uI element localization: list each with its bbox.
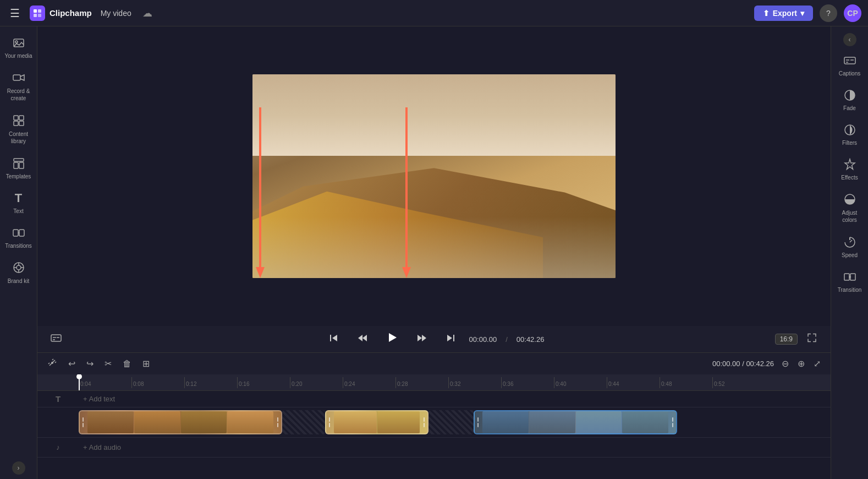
cut-button[interactable]: ✂ [101, 356, 115, 371]
right-item-speed[interactable]: Speed [833, 230, 866, 263]
timeline-tracks: T + Add text [37, 391, 831, 479]
right-item-adjust-colors[interactable]: Adjustcolors [833, 187, 866, 228]
logo-icon [30, 6, 45, 21]
fullscreen-button[interactable] [802, 330, 822, 349]
ruler-tick-6: 0:28 [395, 377, 448, 388]
clip-3-handle-right[interactable] [669, 411, 676, 433]
svg-marker-33 [362, 335, 367, 341]
transition-icon [842, 269, 858, 285]
hamburger-menu-button[interactable]: ☰ [7, 4, 23, 22]
filters-label: Filters [842, 140, 857, 146]
effects-label: Effects [841, 175, 858, 181]
redo-button[interactable]: ↪ [83, 356, 97, 371]
svg-marker-36 [417, 335, 422, 341]
video-preview[interactable] [252, 74, 616, 278]
right-sidebar-collapse-button[interactable]: ‹ [843, 33, 856, 46]
fast-forward-button[interactable] [412, 330, 432, 349]
right-item-captions[interactable]: Captions [833, 48, 866, 81]
add-text-label: + Add text [83, 395, 115, 403]
sidebar-item-content-library[interactable]: Contentlibrary [2, 108, 35, 149]
center-area: 00:00.00 / 00:42.26 16:9 ↩ ↪ ✂ 🗑 ⊞ 00:00… [37, 26, 831, 479]
clip-3-handle-left[interactable] [475, 411, 481, 433]
clip-2-handle-left[interactable] [326, 411, 333, 433]
right-item-effects[interactable]: Effects [833, 153, 866, 185]
audio-track-row: ♪ + Add audio [37, 438, 831, 458]
ruler-tick-7: 0:32 [448, 377, 501, 388]
speed-label: Speed [842, 252, 858, 258]
magic-tool-button[interactable] [44, 356, 61, 372]
ruler-tick-2: 0:12 [184, 377, 237, 388]
svg-rect-41 [844, 57, 855, 64]
content-library-label: Contentlibrary [9, 130, 28, 145]
video-controls: 00:00.00 / 00:42.26 16:9 [37, 326, 831, 352]
handle-line [424, 417, 425, 422]
sidebar-expand-button[interactable]: › [12, 461, 25, 475]
user-avatar[interactable]: CP [844, 4, 861, 22]
clip-gap-1 [282, 410, 325, 434]
clip-1-handle-right[interactable] [274, 411, 281, 433]
svg-rect-1 [38, 9, 41, 13]
zoom-out-button[interactable]: ⊖ [778, 356, 792, 371]
svg-rect-9 [14, 121, 18, 126]
help-button[interactable]: ? [820, 4, 837, 22]
sidebar-item-transitions[interactable]: Transitions [2, 221, 35, 253]
video-clip-3[interactable] [474, 410, 677, 434]
skip-back-button[interactable] [324, 330, 344, 349]
svg-rect-3 [38, 14, 41, 17]
fit-timeline-button[interactable]: ⤢ [810, 356, 824, 371]
add-audio-button[interactable]: + Add audio [79, 441, 125, 454]
brand-kit-label: Brand kit [8, 277, 29, 285]
video-clip-2[interactable] [325, 410, 428, 434]
rewind-button[interactable] [353, 330, 372, 349]
adjust-colors-label: Adjustcolors [842, 209, 858, 224]
video-title-button[interactable]: My video [101, 9, 131, 18]
your-media-icon [11, 35, 26, 51]
ruler-tick-11: 0:48 [660, 377, 712, 388]
clip-1-handle-left[interactable] [80, 411, 86, 433]
right-item-fade[interactable]: Fade [833, 83, 866, 116]
playhead[interactable] [79, 374, 80, 390]
svg-point-40 [51, 362, 53, 364]
fade-icon [842, 88, 858, 103]
svg-rect-12 [14, 162, 18, 168]
play-button[interactable] [381, 329, 403, 350]
svg-marker-37 [422, 335, 426, 341]
add-text-button[interactable]: + Add text [79, 393, 119, 405]
content-library-icon [11, 113, 26, 128]
right-item-transition[interactable]: Transition [833, 265, 866, 297]
handle-line [477, 423, 479, 427]
delete-button[interactable]: 🗑 [119, 357, 135, 371]
captions-button[interactable] [46, 330, 66, 349]
export-button[interactable]: ⬆ Export ▾ [754, 6, 813, 21]
sidebar-item-brand-kit[interactable]: Brand kit [2, 255, 35, 289]
svg-rect-2 [34, 14, 37, 17]
zoom-in-button[interactable]: ⊕ [794, 356, 808, 371]
sidebar-item-text[interactable]: T Text [2, 186, 35, 219]
desert-scene [252, 74, 616, 278]
video-clip-1[interactable] [79, 410, 282, 434]
ruler-tick-0: 0:04 [79, 377, 131, 388]
svg-rect-8 [19, 116, 24, 120]
more-tools-button[interactable]: ⊞ [139, 356, 153, 371]
handle-line [424, 423, 425, 427]
skip-forward-button[interactable] [441, 330, 460, 349]
clip-2-handle-right[interactable] [421, 411, 427, 433]
ruler-tick-4: 0:20 [290, 377, 343, 388]
handle-line [83, 423, 84, 427]
aspect-ratio-badge[interactable]: 16:9 [775, 334, 798, 345]
time-display: 00:00.00 [469, 335, 497, 344]
sidebar-item-record[interactable]: Record &create [2, 66, 35, 106]
ruler-tick-5: 0:24 [343, 377, 395, 388]
right-item-filters[interactable]: Filters [833, 118, 866, 150]
svg-rect-7 [14, 116, 18, 120]
timeline-ruler: 0:04 0:08 0:12 0:16 0:20 0:24 0:28 0:32 … [37, 374, 831, 391]
speed-icon [842, 235, 858, 250]
handle-line [672, 423, 673, 427]
sidebar-item-templates[interactable]: Templates [2, 151, 35, 184]
svg-point-5 [15, 41, 18, 43]
svg-rect-15 [19, 230, 24, 236]
undo-button[interactable]: ↩ [65, 356, 79, 371]
handle-line [329, 423, 330, 427]
sidebar-item-your-media[interactable]: Your media [2, 31, 35, 63]
handle-line [277, 417, 278, 422]
